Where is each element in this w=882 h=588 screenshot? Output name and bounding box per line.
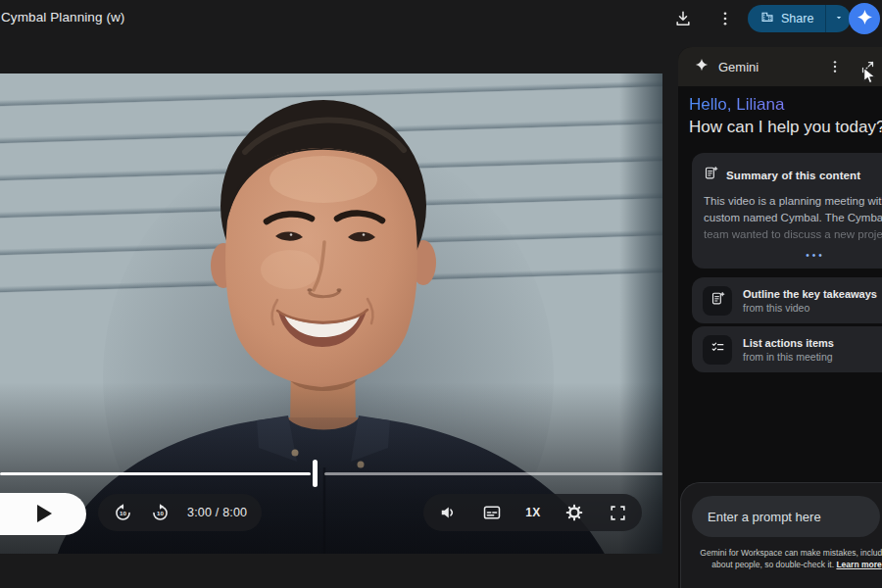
greeting-name: Hello, Liliana: [689, 95, 882, 115]
progress-bar-played[interactable]: [0, 472, 311, 475]
gemini-sparkle-icon: [857, 9, 873, 29]
captions-button[interactable]: [482, 503, 502, 522]
player-controls-left: 10 10 3:00 / 8:00: [98, 494, 262, 531]
summarize-document-icon: [704, 166, 718, 184]
replay-10-button[interactable]: 10: [113, 503, 133, 523]
share-button-label: Share: [781, 12, 813, 25]
document-title: Cymbal Planning (w): [1, 10, 124, 24]
greeting-question: How can I help you today?: [689, 118, 882, 137]
organization-building-icon: [760, 10, 774, 27]
panel-more-options-button[interactable]: [822, 54, 848, 79]
suggestion-title: List actions items: [743, 337, 834, 349]
summary-card[interactable]: Summary of this content This video is a …: [692, 153, 882, 269]
gemini-toggle-button[interactable]: [849, 3, 880, 34]
progress-scrubber-handle[interactable]: [313, 460, 318, 487]
caret-down-icon: [833, 10, 845, 27]
play-icon: [37, 505, 52, 522]
settings-button[interactable]: [564, 503, 584, 522]
time-display: 3:00 / 8:00: [187, 506, 247, 519]
summary-line: This video is a planning meeting with a: [704, 193, 882, 210]
svg-text:10: 10: [157, 509, 164, 515]
open-in-full-button[interactable]: [855, 54, 880, 79]
player-controls-right: 1X: [423, 494, 642, 531]
prompt-area: Gemini for Workspace can make mistakes, …: [680, 482, 882, 588]
suggestion-subtitle: from this video: [743, 302, 877, 314]
gemini-disclaimer: Gemini for Workspace can make mistakes, …: [681, 548, 882, 570]
suggestion-text: List actions items from in this meeting: [743, 337, 834, 363]
suggestion-card-outline-takeaways[interactable]: Outline the key takeaways from this vide…: [692, 277, 882, 323]
summary-line: custom named Cymbal. The Cymbal: [704, 210, 882, 226]
gemini-panel-header: Gemini: [678, 47, 882, 86]
more-options-button[interactable]: [712, 6, 738, 31]
download-button[interactable]: [670, 6, 696, 31]
gemini-panel-title: Gemini: [718, 60, 759, 74]
download-icon: [673, 9, 693, 28]
summary-card-header: Summary of this content: [704, 166, 882, 184]
suggestion-card-list-actions[interactable]: List actions items from in this meeting: [692, 326, 882, 372]
prompt-input-pill[interactable]: [692, 496, 880, 537]
summary-card-title: Summary of this content: [726, 170, 860, 181]
forward-10-button[interactable]: 10: [150, 503, 171, 523]
volume-button[interactable]: [438, 503, 458, 522]
video-surface[interactable]: 10 10 3:00 / 8:00: [0, 74, 662, 554]
share-button-main[interactable]: Share: [748, 5, 825, 32]
checklist-icon: [710, 340, 725, 359]
share-dropdown-button[interactable]: [825, 5, 851, 32]
prompt-input[interactable]: [692, 496, 880, 537]
gemini-side-panel: Gemini Hello, Liliana How can I help you…: [678, 47, 882, 588]
app-window: Cymbal Planning (w) Share: [0, 0, 882, 588]
kebab-menu-icon: [716, 10, 734, 27]
disclaimer-line-2: about people, so double-check it. Learn …: [681, 560, 882, 571]
play-button[interactable]: [0, 493, 86, 535]
summary-expand-dots[interactable]: •••: [704, 250, 882, 261]
progress-bar-remaining[interactable]: [324, 472, 662, 475]
learn-more-link[interactable]: Learn more: [836, 560, 881, 569]
fullscreen-button[interactable]: [609, 504, 627, 522]
suggestion-subtitle: from in this meeting: [743, 351, 834, 363]
svg-text:10: 10: [120, 509, 126, 515]
gemini-sparkle-icon: [695, 58, 709, 75]
disclaimer-line-1: Gemini for Workspace can make mistakes, …: [681, 548, 882, 560]
summarize-document-icon: [710, 291, 725, 310]
suggestion-title: Outline the key takeaways: [743, 288, 877, 300]
playback-speed-button[interactable]: 1X: [525, 506, 541, 519]
suggestion-text: Outline the key takeaways from this vide…: [743, 288, 877, 314]
suggestion-icon-chip: [703, 286, 732, 316]
summary-line: team wanted to discuss a new project: [704, 226, 882, 243]
share-button[interactable]: Share: [748, 5, 851, 32]
suggestion-icon-chip: [703, 335, 732, 365]
summary-card-body: This video is a planning meeting with a …: [704, 193, 882, 243]
gemini-greeting: Hello, Liliana How can I help you today?: [689, 95, 882, 137]
